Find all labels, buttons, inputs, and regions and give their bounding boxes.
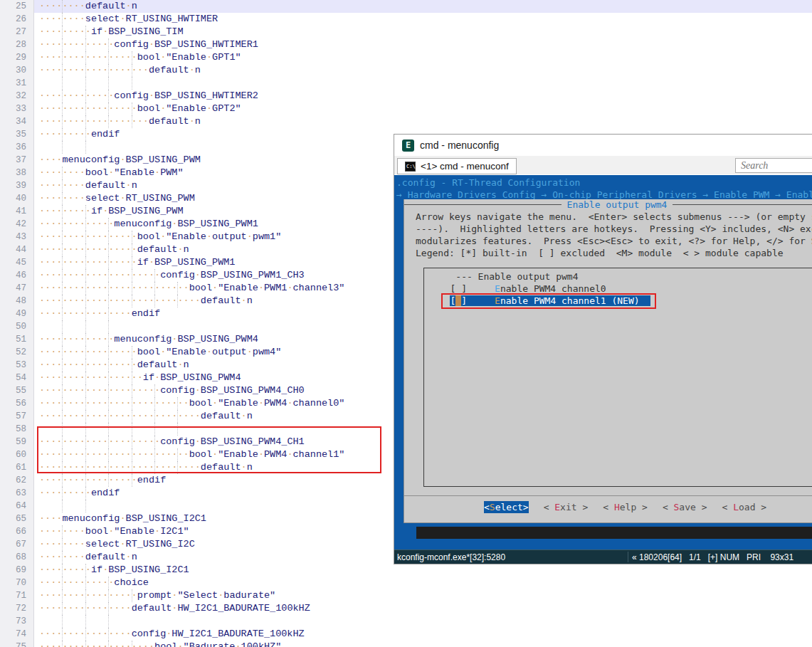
line-number: 75 [0,641,33,647]
console-tab[interactable]: C:\ <1> cmd - menuconf [397,158,517,174]
indent-guide [85,641,86,647]
dialog-button-save[interactable]: < Save > [663,501,707,513]
indent-guide [62,64,63,77]
indent-guide [85,205,86,218]
dialog-button-load[interactable]: < Load > [722,501,767,513]
indent-guide [177,410,178,423]
code-line[interactable]: ········default·n [34,0,812,13]
indent-guide [62,102,63,115]
indent-guide [85,577,86,589]
help-line: Legend: [*] built-in [ ] excluded <M> mo… [404,247,812,259]
code-line[interactable]: ·········if·BSP_USING_TIM [34,26,812,38]
line-number: 44 [0,243,33,256]
indent-guide [108,602,109,615]
code-line[interactable]: ·············config·BSP_USING_HWTIMER2 [34,90,812,102]
indent-guide [85,410,86,423]
indent-guide [132,243,132,256]
indent-guide [62,525,63,538]
indent-guide [62,359,63,372]
indent-guide [154,461,155,474]
code-line[interactable]: ····················bool·"Badurate·100kH… [34,641,812,647]
line-number: 68 [0,551,33,564]
indent-guide [108,628,109,641]
code-line[interactable]: ·················bool·"Enable·GPT1" [34,51,812,64]
indent-guide [62,320,63,333]
indent-guide [62,577,63,589]
indent-guide [62,205,63,218]
indent-guide [154,295,155,307]
indent-guide [177,461,178,474]
line-number: 52 [0,346,33,359]
dialog-button-exit[interactable]: < Exit > [544,501,589,513]
line-number: 26 [0,13,33,26]
help-line: ----). Highlighted letters are hotkeys. … [404,223,812,235]
indent-guide [108,615,109,628]
dialog-button-select[interactable]: <Select> [484,501,529,513]
indent-guide [108,256,109,269]
indent-guide [62,179,63,192]
code-line[interactable]: ···················default·n [34,64,812,77]
code-line[interactable]: ················default·HW_I2C1_BADURATE… [34,602,812,615]
indent-guide [177,423,178,436]
line-number: 64 [0,500,33,512]
indent-guide [108,269,109,282]
indent-guide [62,384,63,397]
indent-guide [62,474,63,487]
indent-guide [85,384,86,397]
line-number: 57 [0,410,33,423]
indent-guide [85,436,86,448]
window-title: cmd - menuconfig [420,140,499,151]
indent-guide [85,461,86,474]
dialog-shadow [416,527,812,539]
indent-guide [62,218,63,231]
code-line[interactable]: ·················bool·"Enable·GPT2" [34,102,812,115]
menu-item[interactable]: [ ] Enable PWM4 channel0 [424,283,812,295]
indent-guide [85,64,86,77]
indent-guide [132,384,132,397]
indent-guide [108,359,109,372]
line-number: 46 [0,269,33,282]
code-line[interactable]: ···················default·n [34,115,812,128]
screen: 2526272829303132333435363738394041424344… [0,0,812,647]
line-number: 54 [0,372,33,384]
line-number: 55 [0,384,33,397]
code-line[interactable]: ·············choice [34,577,812,589]
line-number: 59 [0,436,33,448]
help-line: modularizes features. Press <Esc><Esc> t… [404,235,812,247]
dialog-title: Enable output pwm4 [561,199,673,211]
dialog-button-help[interactable]: < Help > [603,501,648,513]
code-line[interactable] [34,615,812,628]
code-line[interactable]: ·········if·BSP_USING_I2C1 [34,564,812,577]
indent-guide [132,397,132,410]
conemu-logo-icon: E [402,140,414,152]
indent-guide [85,307,86,320]
status-process: kconfig-mconf.exe*[32]:5280 [394,552,505,562]
indent-guide [62,167,63,179]
indent-guide [177,397,178,410]
menu-item[interactable]: [ ] Enable PWM4 channel1 (NEW) [424,295,812,307]
indent-guide [85,282,86,295]
line-number: 39 [0,179,33,192]
code-line[interactable]: ················config·HW_I2C1_BADURATE_… [34,628,812,641]
indent-guide [62,77,63,90]
line-number: 28 [0,38,33,51]
code-line[interactable]: ·················prompt·"Select·badurate… [34,589,812,602]
tab-bar: C:\ <1> cmd - menuconf [394,156,812,174]
code-line[interactable]: ·············config·BSP_USING_HWTIMER1 [34,38,812,51]
indent-guide [132,461,132,474]
indent-guide [108,320,109,333]
indent-guide [154,448,155,461]
line-number: 47 [0,282,33,295]
code-line[interactable]: ········select·RT_USING_HWTIMER [34,13,812,26]
indent-guide [62,13,63,26]
button-separator [404,495,812,496]
menu-item[interactable]: --- Enable output pwm4 [424,270,812,283]
status-divider [628,552,628,562]
indent-guide [132,589,132,602]
breadcrumb-line: .config - RT-Thread Configuration [394,177,812,189]
indent-guide [108,448,109,461]
indent-guide [85,423,86,436]
indent-guide [85,333,86,346]
search-input[interactable] [736,159,812,173]
code-line[interactable] [34,77,812,90]
